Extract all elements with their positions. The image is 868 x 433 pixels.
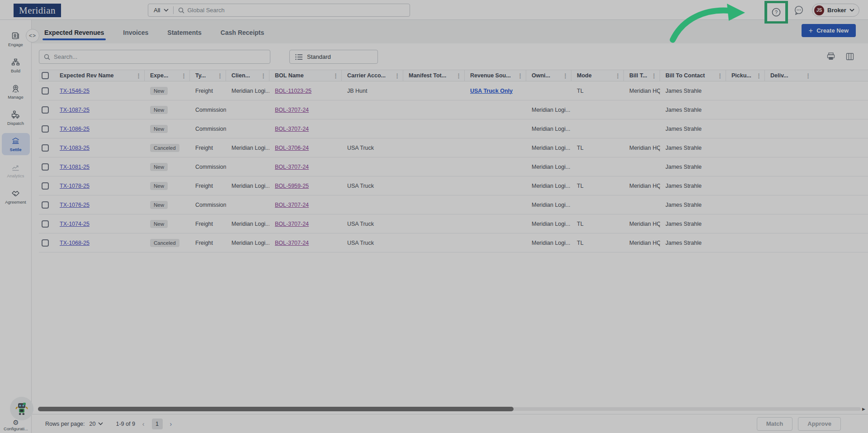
column-menu-icon[interactable]: ⋮ [258,72,269,79]
cell-bol: BOL-3707-24 [269,107,342,113]
column-menu-icon[interactable]: ⋮ [648,72,660,79]
name-link[interactable]: TX-1083-25 [60,145,90,151]
cell-bol: BOL-3707-24 [269,202,342,208]
range-text: 1-9 of 9 [116,421,135,427]
chart-icon [11,162,20,172]
sidebar-item-build[interactable]: Build [2,54,30,76]
revenue_source-link[interactable]: USA Truck Only [470,88,513,94]
row-checkbox[interactable] [42,220,49,228]
row-checkbox[interactable] [42,239,49,247]
status-badge: New [150,163,168,171]
column-menu-icon[interactable]: ⋮ [714,72,726,79]
cell-client: Meridian Logi... [226,221,269,227]
name-link[interactable]: TX-1076-25 [60,202,90,208]
columns-icon[interactable] [845,52,854,61]
name-link[interactable]: TX-1068-25 [60,240,90,246]
page-number[interactable]: 1 [152,419,163,429]
help-icon: ? [771,7,781,17]
name-link[interactable]: TX-1081-25 [60,164,90,170]
table-row: TX-1068-25CanceledFreightMeridian Logi..… [39,233,868,252]
column-menu-icon[interactable]: ⋮ [560,72,571,79]
bol-link[interactable]: BOL-3707-24 [275,202,309,208]
sidebar-item-settle[interactable]: Settle [2,133,30,155]
column-header-bill_to_contact: Bill To Contact⋮ [660,70,726,81]
bol-link[interactable]: BOL-3707-24 [275,126,309,132]
status-badge: New [150,182,168,190]
row-checkbox[interactable] [42,87,49,95]
user-role-label: Broker [827,7,846,14]
bol-link[interactable]: BOL-5959-25 [275,183,309,189]
row-checkbox[interactable] [42,125,49,133]
cell-carrier: USA Truck [342,221,403,227]
sidebar-item-engage[interactable]: Engage [2,28,30,50]
column-menu-icon[interactable]: ⋮ [392,72,403,79]
tab-expected-revenues[interactable]: Expected Revenues [43,22,105,42]
content-panel: Standard Expected Rev Name⋮Expe...⋮Ty...… [32,43,868,433]
row-checkbox[interactable] [42,144,49,152]
chevron-down-icon [164,9,169,12]
column-menu-icon[interactable]: ⋮ [178,72,189,79]
cell-bol: BOL-3706-24 [269,145,342,151]
column-menu-icon[interactable]: ⋮ [453,72,464,79]
assistant-avatar[interactable] [10,397,33,420]
table-row: TX-1081-25NewCommissionBOL-3707-24Meridi… [39,157,868,176]
sidebar-item-configuration[interactable]: ⚙ Configurati... [4,419,28,431]
chevron-down-icon [98,422,103,425]
name-link[interactable]: TX-1074-25 [60,221,90,227]
sidebar-item-dispatch[interactable]: Dispatch [2,107,30,129]
name-link[interactable]: TX-1087-25 [60,107,90,113]
select-all-checkbox[interactable] [42,72,49,79]
row-checkbox-cell [39,201,54,209]
column-menu-icon[interactable]: ⋮ [330,72,341,79]
global-search-input[interactable] [187,7,410,14]
previous-page-button[interactable]: ‹ [140,420,147,428]
row-checkbox[interactable] [42,106,49,114]
name-link[interactable]: TX-1086-25 [60,126,90,132]
chat-button[interactable] [793,5,804,16]
truck-icon [11,110,20,119]
name-link[interactable]: TX-1546-25 [60,88,90,94]
approve-button[interactable]: Approve [798,417,841,431]
column-menu-icon[interactable]: ⋮ [133,72,144,79]
bol-link[interactable]: BOL-3707-24 [275,164,309,170]
create-new-button[interactable]: + Create New [802,24,856,37]
sidebar-item-manage[interactable]: Manage [2,81,30,103]
next-page-button[interactable]: › [167,420,175,428]
tab-cash-receipts[interactable]: Cash Receipts [220,22,265,42]
column-menu-icon[interactable]: ⋮ [802,72,814,79]
filter-row: Standard [39,50,861,64]
cell-owning: Meridian Logi... [526,183,571,189]
column-menu-icon[interactable]: ⋮ [214,72,226,79]
name-link[interactable]: TX-1078-25 [60,183,90,189]
view-select[interactable]: Standard [289,50,378,64]
column-menu-icon[interactable]: ⋮ [514,72,526,79]
row-checkbox[interactable] [42,163,49,171]
bol-link[interactable]: BOL-11023-25 [275,88,311,94]
user-menu[interactable]: JS Broker [812,4,859,17]
tab-statements[interactable]: Statements [166,22,202,42]
collapse-panel-button[interactable]: <> [26,29,39,43]
table-row: TX-1546-25NewFreightMeridian Logi...BOL-… [39,81,868,100]
help-button[interactable]: ? [767,3,785,21]
tab-invoices[interactable]: Invoices [122,22,149,42]
cell-status: New [145,220,190,228]
rows-per-page-select[interactable]: 20 [90,421,104,427]
bol-link[interactable]: BOL-3707-24 [275,107,309,113]
match-button[interactable]: Match [757,417,793,431]
bol-link[interactable]: BOL-3707-24 [275,240,309,246]
print-icon[interactable] [826,52,835,61]
column-menu-icon[interactable]: ⋮ [612,72,623,79]
sidebar-item-analytics[interactable]: Analytics [2,159,30,181]
scroll-right-arrow[interactable]: ▶ [862,407,865,411]
scrollbar-thumb[interactable] [38,407,514,411]
row-checkbox[interactable] [42,201,49,209]
search-scope-select[interactable]: All [148,7,173,14]
cell-name: TX-1087-25 [54,107,145,113]
bol-link[interactable]: BOL-3706-24 [275,145,309,151]
bol-link[interactable]: BOL-3707-24 [275,221,309,227]
sidebar-item-label: Analytics [7,173,24,178]
table-search-input[interactable] [54,53,265,60]
row-checkbox[interactable] [42,182,49,190]
sidebar-item-agreement[interactable]: Agreement [2,186,30,208]
column-menu-icon[interactable]: ⋮ [753,72,764,79]
